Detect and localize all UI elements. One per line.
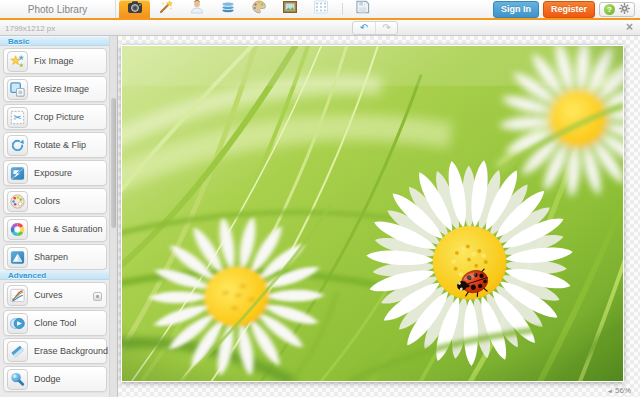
sidebar-item-label: Resize Image	[34, 84, 89, 94]
help-button[interactable]: ?	[604, 4, 615, 15]
hue-saturation-icon	[7, 219, 28, 240]
sidebar-item-crop-picture[interactable]: ✂ Crop Picture	[3, 104, 107, 130]
resize-image-icon	[7, 79, 28, 100]
sidebar-item-clone-tool[interactable]: Clone Tool	[3, 310, 107, 336]
tab-retouch[interactable]	[181, 0, 212, 18]
sidebar-item-colors[interactable]: Colors	[3, 188, 107, 214]
sign-in-button[interactable]: Sign In	[493, 1, 539, 18]
exposure-icon	[7, 163, 28, 184]
editor-tab-strip	[119, 0, 376, 18]
daisy-photo-svg	[122, 46, 623, 381]
gear-icon[interactable]	[619, 0, 630, 18]
clone-tool-icon	[7, 313, 28, 334]
tab-frames[interactable]	[274, 0, 305, 18]
sidebar-item-sharpen[interactable]: Sharpen	[3, 244, 107, 270]
layers-icon	[220, 0, 236, 18]
dodge-icon	[7, 369, 28, 390]
register-button[interactable]: Register	[543, 1, 595, 18]
zoom-indicator: ◄ 56%	[607, 386, 631, 395]
sidebar-item-curves[interactable]: Curves	[3, 282, 107, 308]
tab-editor[interactable]	[119, 0, 150, 18]
sidebar-item-label: Hue & Saturation	[34, 224, 103, 234]
save-button[interactable]	[348, 0, 376, 18]
frame-icon	[282, 0, 298, 18]
fix-image-icon	[7, 51, 28, 72]
image-dimensions-label: 1799x1212 px	[5, 24, 55, 33]
sidebar-item-exposure[interactable]: Exposure	[3, 160, 107, 186]
sidebar-item-label: Rotate & Flip	[34, 140, 86, 150]
palette-icon	[251, 0, 267, 18]
utility-group: ?	[599, 2, 635, 17]
tab-collage[interactable]	[212, 0, 243, 18]
sidebar-item-label: Clone Tool	[34, 318, 76, 328]
photo-library-tab[interactable]: Photo Library	[0, 0, 116, 18]
sidebar-item-label: Erase Background	[34, 346, 108, 356]
top-toolbar: Photo Library	[0, 0, 640, 20]
erase-background-icon	[7, 341, 28, 362]
sidebar-item-resize-image[interactable]: Resize Image	[3, 76, 107, 102]
account-area: Sign In Register ?	[493, 0, 640, 18]
tab-textures[interactable]	[305, 0, 336, 18]
photo-library-label: Photo Library	[28, 4, 87, 15]
status-toolbar: 1799x1212 px ↶ ↷ ×	[0, 20, 640, 36]
tools-sidebar: Basic Fix Image Resize Image ✂ Crop Pict…	[0, 36, 118, 397]
rotate-flip-icon	[7, 135, 28, 156]
zoom-out-icon[interactable]: ◄	[607, 387, 612, 394]
sidebar-item-erase-background[interactable]: Erase Background	[3, 338, 107, 364]
magic-wand-icon	[158, 0, 174, 18]
sidebar-item-rotate-flip[interactable]: Rotate & Flip	[3, 132, 107, 158]
sidebar-item-fix-image[interactable]: Fix Image	[3, 48, 107, 74]
section-header-basic: Basic	[0, 36, 117, 46]
zoom-level-label: 56%	[615, 386, 631, 395]
crop-picture-icon: ✂	[7, 107, 28, 128]
sharpen-icon	[7, 247, 28, 268]
undo-button[interactable]: ↶	[353, 22, 375, 34]
sidebar-item-label: Sharpen	[34, 252, 68, 262]
editor-canvas-area: ◄ 56%	[118, 36, 640, 397]
sidebar-item-label: Crop Picture	[34, 112, 84, 122]
close-image-button[interactable]: ×	[626, 21, 633, 34]
sidebar-item-label: Dodge	[34, 374, 61, 384]
sidebar-item-label: Exposure	[34, 168, 72, 178]
texture-icon	[313, 0, 329, 18]
toolbar-divider	[342, 3, 343, 15]
sidebar-item-label: Colors	[34, 196, 60, 206]
redo-button[interactable]: ↷	[375, 22, 397, 34]
photo-canvas-image[interactable]	[121, 45, 624, 382]
sidebar-item-label: Fix Image	[34, 56, 74, 66]
sidebar-scrollbar-track[interactable]	[109, 36, 117, 397]
svg-text:✂: ✂	[13, 111, 22, 123]
tab-painter[interactable]	[243, 0, 274, 18]
sidebar-item-hue-saturation[interactable]: Hue & Saturation	[3, 216, 107, 242]
sidebar-item-dodge[interactable]: Dodge	[3, 366, 107, 392]
sidebar-scrollbar-thumb[interactable]	[111, 98, 116, 228]
tab-effects[interactable]	[150, 0, 181, 18]
curves-premium-badge	[93, 292, 102, 301]
history-controls: ↶ ↷	[352, 21, 398, 35]
main-area: Basic Fix Image Resize Image ✂ Crop Pict…	[0, 36, 640, 397]
curves-icon	[7, 285, 28, 306]
save-icon	[355, 0, 370, 18]
camera-icon	[127, 0, 143, 18]
colors-icon	[7, 191, 28, 212]
section-header-advanced: Advanced	[0, 270, 117, 280]
portrait-icon	[189, 0, 205, 18]
sidebar-item-label: Curves	[34, 290, 63, 300]
